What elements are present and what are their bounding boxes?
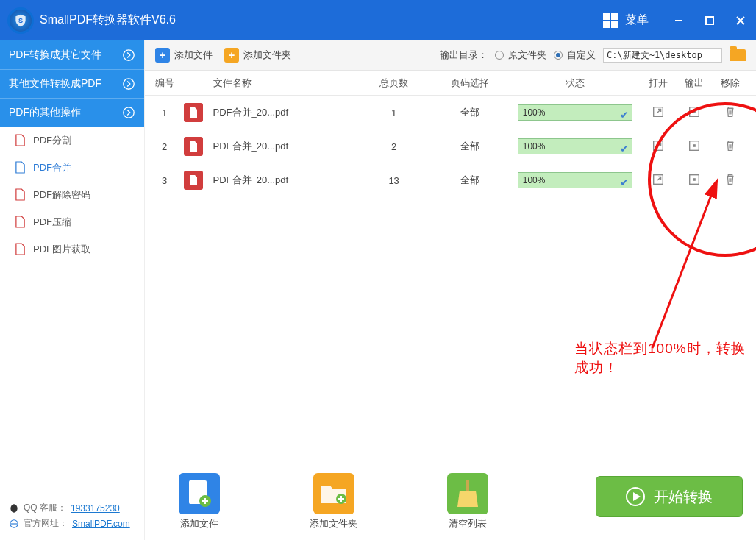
add-folder-large-icon [313,473,354,514]
svg-rect-18 [693,178,696,181]
check-icon: ✔ [620,175,629,190]
qq-link[interactable]: 1933175230 [71,503,120,514]
cell-range: 全部 [430,106,510,119]
page-icon [15,134,26,146]
cell-num: 3 [145,175,184,186]
sidebar-item-pdf-extract-images[interactable]: PDF图片获取 [0,235,144,263]
pdf-icon [184,103,203,122]
col-output: 输出 [677,77,713,90]
table-row: 1PDF合并_20...pdf1全部100%✔ [145,96,756,129]
svg-rect-23 [466,480,469,491]
menu-label: 菜单 [625,13,649,28]
sidebar-item-label: PDF图片获取 [33,243,90,256]
cell-status: 100%✔ [510,172,640,188]
cell-pages: 2 [357,141,429,152]
add-folder-icon: + [224,48,239,63]
qq-icon [9,503,19,514]
bottom-add-folder-button[interactable]: 添加文件夹 [310,473,357,530]
remove-button[interactable] [724,105,737,118]
add-file-button[interactable]: + 添加文件 [155,48,213,63]
radio-label: 原文件夹 [508,49,546,62]
sidebar-group-pdf-other-ops[interactable]: PDF的其他操作 [0,98,144,127]
cell-pages: 1 [357,107,429,118]
radio-icon [495,51,504,60]
browse-folder-button[interactable] [730,49,746,61]
cell-file-icon [184,171,213,190]
add-folder-label: 添加文件夹 [243,49,291,62]
page-icon [15,188,26,201]
bottom-btn-label: 添加文件 [180,517,218,530]
progress-bar: 100%✔ [518,104,632,121]
cell-name: PDF合并_20...pdf [213,174,358,187]
col-name: 文件名称 [213,77,358,90]
table-body: 1PDF合并_20...pdf1全部100%✔2PDF合并_20...pdf2全… [145,96,756,466]
table-header: 编号 文件名称 总页数 页码选择 状态 打开 输出 移除 [145,71,756,96]
check-icon: ✔ [620,141,629,156]
open-button[interactable] [652,105,665,118]
bottom-btn-label: 添加文件夹 [310,517,357,530]
cell-name: PDF合并_20...pdf [213,140,358,153]
toolbar: + 添加文件 + 添加文件夹 输出目录： 原文件夹 自定义 [145,40,756,71]
pdf-icon [184,171,203,190]
minimize-button[interactable] [663,0,694,40]
svg-rect-15 [693,144,696,147]
remove-button[interactable] [724,139,737,152]
sidebar: PDF转换成其它文件 其他文件转换成PDF PDF的其他操作 PDF分割 PDF… [0,40,145,540]
bottom-add-file-button[interactable]: 添加文件 [179,473,220,530]
cell-range: 全部 [430,174,510,187]
output-path-input[interactable] [603,48,722,63]
close-button[interactable] [725,0,756,40]
radio-icon [554,51,563,60]
output-button[interactable] [688,173,701,186]
sidebar-item-pdf-split[interactable]: PDF分割 [0,127,144,154]
titlebar: S SmallPDF转换器软件V6.6 菜单 [0,0,756,40]
output-original-radio[interactable]: 原文件夹 [495,49,546,62]
col-range: 页码选择 [430,77,510,90]
pdf-icon [184,137,203,156]
add-file-large-icon [179,473,220,514]
remove-button[interactable] [724,173,737,186]
sidebar-group-other-to-pdf[interactable]: 其他文件转换成PDF [0,69,144,98]
sidebar-item-pdf-merge[interactable]: PDF合并 [0,154,144,181]
svg-rect-12 [693,110,696,113]
output-custom-radio[interactable]: 自定义 [554,49,596,62]
table-row: 2PDF合并_20...pdf2全部100%✔ [145,129,756,163]
svg-point-7 [124,107,134,118]
menu-button[interactable]: 菜单 [603,13,663,28]
cell-num: 1 [145,107,184,118]
open-button[interactable] [652,139,665,152]
open-button[interactable] [652,173,665,186]
svg-point-5 [124,49,134,60]
bottom-clear-list-button[interactable]: 清空列表 [447,473,488,530]
qq-label: QQ 客服： [24,502,66,514]
svg-point-8 [10,504,17,513]
col-remove: 移除 [713,77,749,90]
check-icon: ✔ [620,107,629,122]
site-link[interactable]: SmallPDF.com [72,519,130,529]
add-folder-button[interactable]: + 添加文件夹 [224,48,291,63]
chevron-right-icon [122,49,135,62]
output-label: 输出目录： [440,49,488,62]
bottom-btn-label: 清空列表 [449,517,487,530]
cell-status: 100%✔ [510,104,640,121]
maximize-button[interactable] [694,0,725,40]
sidebar-item-label: PDF分割 [33,134,71,147]
add-file-label: 添加文件 [174,49,213,62]
page-icon [15,243,26,255]
sidebar-item-pdf-unlock[interactable]: PDF解除密码 [0,181,144,208]
site-label: 官方网址： [24,517,68,530]
sidebar-group-pdf-to-other[interactable]: PDF转换成其它文件 [0,40,144,69]
app-logo-icon: S [7,7,34,34]
cell-file-icon [184,103,213,122]
cell-file-icon [184,137,213,156]
sidebar-group-label: PDF的其他操作 [9,106,81,119]
output-button[interactable] [688,105,701,118]
col-status: 状态 [510,77,640,90]
bottom-bar: 添加文件 添加文件夹 清空列表 开始转换 [145,466,756,540]
output-button[interactable] [688,139,701,152]
sidebar-item-pdf-compress[interactable]: PDF压缩 [0,208,144,235]
progress-bar: 100%✔ [518,138,632,154]
clean-icon [447,473,488,514]
page-icon [15,216,26,228]
start-convert-button[interactable]: 开始转换 [596,476,743,517]
